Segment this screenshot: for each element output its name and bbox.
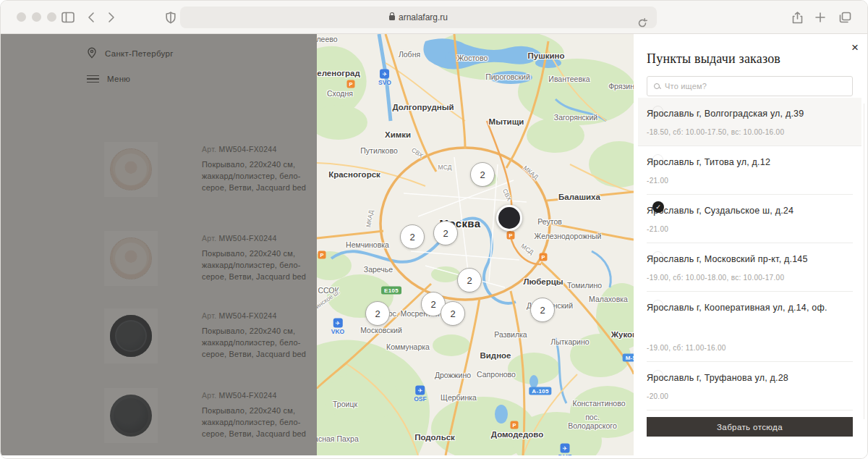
pickup-item[interactable]: Ярославль г, Титова ул, д.12-21.00 (647, 146, 853, 195)
url-text: arnalafarg.ru (399, 12, 448, 22)
map-cluster-marker[interactable]: 2 (530, 298, 555, 322)
railway-station-icon: Р (507, 232, 515, 240)
map-place-label: леево (317, 35, 338, 43)
pickup-item[interactable]: Ярославль г, Кооперативная ул, д.14, оф.… (647, 292, 853, 362)
tab-overview-icon[interactable] (837, 9, 853, 25)
selected-map-marker[interactable] (496, 205, 522, 231)
map-cluster-marker[interactable]: 2 (433, 221, 458, 245)
map-place-label: Московский (360, 326, 402, 334)
map-place-label: Пироговский (485, 72, 530, 81)
road-shield: Е105 (381, 287, 401, 295)
selected-check-icon: ✓ (652, 201, 664, 213)
back-button[interactable] (83, 9, 99, 25)
pickup-item-title: Ярославль г, Суздальское ш, д.24 (647, 206, 853, 216)
pickup-item-hours: -21.00 (647, 225, 853, 233)
railway-station-icon: Р (511, 421, 519, 429)
map-place-label: Железнодорожный (535, 232, 602, 240)
plane-icon: ✈ (333, 319, 342, 328)
map-place-label: Томилино (567, 281, 602, 290)
map-place-label: Лобня (399, 50, 420, 59)
pickup-item-title: Ярославль г, Волгоградская ул, д.39 (647, 109, 853, 119)
airport-icon: ✈VKO (331, 319, 344, 335)
pickup-item-hours: -19.00, сб: 11.00-16.00 (647, 344, 853, 352)
panel-title: Пункты выдачи заказов (647, 51, 853, 67)
map-place-label: Реутов (537, 217, 562, 226)
pickup-item[interactable]: Ярославль г, Труфанова ул, д.28-20.00 (647, 362, 853, 410)
window-footer (1, 455, 867, 459)
map-place-label: Люберцы (523, 277, 563, 286)
search-input[interactable] (665, 82, 846, 90)
traffic-light-zoom[interactable] (47, 12, 56, 22)
map-place-label: Жуковс (611, 330, 634, 339)
map-place-label: Малаховка (589, 295, 628, 303)
railway-station-icon: Р (347, 80, 355, 88)
map-place-label: Щербинка (441, 393, 477, 402)
map-place-label: пос. (585, 413, 600, 421)
search-icon (654, 83, 660, 90)
pickup-item-title: Ярославль г, Труфанова ул, д.28 (647, 373, 853, 383)
map-place-label: Лыткарино (550, 337, 589, 346)
share-icon[interactable] (789, 9, 805, 25)
pickup-item[interactable]: ✓Ярославль г, Суздальское ш, д.24-21.00 (647, 195, 853, 243)
map-place-label: Красногорск (328, 170, 380, 179)
scrollbar-track[interactable] (864, 104, 864, 419)
new-tab-icon[interactable] (812, 9, 828, 25)
map-cluster-marker[interactable]: 2 (441, 301, 465, 326)
pickup-item-hours: -21.00 (647, 177, 853, 185)
privacy-shield-icon[interactable] (163, 9, 179, 25)
map-place-label: Долгопрудный (392, 103, 454, 111)
map-place-label: Пушкино (527, 51, 564, 60)
reload-button[interactable] (634, 15, 650, 31)
map-place-label: Константиново (573, 399, 626, 408)
store-page-dimmed: Санкт-Петербург Меню Арт. MW504-FX0244По… (1, 34, 317, 455)
pickup-item[interactable]: Ярославль г, Московский пр-кт, д.145-19.… (647, 243, 853, 292)
pickup-item-title: Ярославль г, Титова ул, д.12 (647, 157, 853, 167)
traffic-light-minimize[interactable] (32, 12, 41, 22)
plane-icon: ✈ (560, 444, 569, 453)
map-cluster-marker[interactable]: 2 (470, 162, 495, 187)
traffic-light-close[interactable] (17, 12, 26, 22)
railway-station-icon: Р (540, 253, 548, 261)
map-place-label: Химки (385, 130, 411, 139)
road-shield: М-5 (623, 354, 634, 362)
pickup-panel: × Пункты выдачи заказов Ярославль г, Вол… (634, 34, 867, 455)
search-box[interactable] (647, 76, 853, 96)
pickup-list: Ярославль г, Волгоградская ул, д.39-18.5… (647, 98, 853, 410)
airport-icon: ✈OSF (414, 386, 426, 403)
map-place-label: Путилково (360, 146, 397, 155)
map-place-label: Коммунарка (386, 342, 430, 351)
railway-station-icon: Р (318, 251, 326, 259)
map-cluster-marker[interactable]: 2 (457, 268, 482, 292)
map-place-label: Загорянский (554, 113, 597, 122)
map-place-label: Володарского (568, 421, 617, 430)
map-place-label: Жостово (457, 54, 488, 62)
map-cluster-marker[interactable]: 2 (365, 301, 390, 326)
map-place-label: Подольск (414, 433, 455, 442)
close-icon[interactable]: × (851, 41, 859, 54)
map-place-label: Мытищи (489, 117, 524, 126)
map-place-label: Заречье (364, 265, 393, 274)
map-place-label: Троицк (333, 400, 357, 408)
road-shield: А-105 (529, 387, 551, 395)
pickup-item-title: Ярославль г, Кооперативная ул, д.14, оф. (647, 303, 853, 313)
airport-code: OSF (414, 395, 426, 403)
map-place-label: еленоград (317, 69, 359, 77)
airport-code: SVO (378, 79, 391, 86)
map-place-label: Дрожжино (435, 371, 471, 379)
address-bar[interactable]: arnalafarg.ru (180, 7, 657, 28)
forward-button[interactable] (103, 9, 119, 25)
modal-backdrop[interactable] (1, 34, 317, 455)
pickup-map[interactable]: леевоЛобняЖостовоПушкиноеленоградПирогов… (317, 34, 634, 455)
map-place-label: Немчиновка (346, 240, 389, 249)
pickup-item[interactable]: Ярославль г, Волгоградская ул, д.39-18.5… (638, 98, 861, 146)
map-place-label: Домодедово (491, 430, 543, 439)
sidebar-toggle-icon[interactable] (60, 9, 76, 25)
pickup-here-button[interactable]: Забрать отсюда (647, 417, 853, 437)
airport-code: VKO (331, 328, 344, 335)
lock-icon (389, 15, 395, 20)
pickup-item-title: Ярославль г, Московский пр-кт, д.145 (647, 254, 853, 264)
map-place-label: Балашиха (558, 193, 600, 201)
map-cluster-marker[interactable]: 2 (400, 224, 425, 249)
browser-toolbar: arnalafarg.ru (1, 1, 867, 34)
map-place-label: Видное (480, 351, 511, 360)
